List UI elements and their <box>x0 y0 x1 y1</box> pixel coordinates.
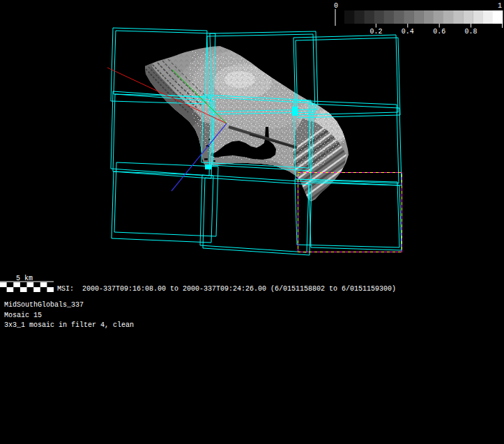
svg-text:1: 1 <box>498 2 502 10</box>
svg-text:3x3_1 mosaic in filter 4, clea: 3x3_1 mosaic in filter 4, clean <box>4 321 134 329</box>
svg-text:Mosaic 15: Mosaic 15 <box>4 312 42 319</box>
svg-text:0: 0 <box>334 2 338 10</box>
svg-text:0.6: 0.6 <box>433 28 445 36</box>
svg-text:5 km: 5 km <box>16 275 33 282</box>
svg-text:0.8: 0.8 <box>465 28 478 36</box>
svg-text:0.4: 0.4 <box>402 28 414 36</box>
svg-text:0.2: 0.2 <box>369 28 382 36</box>
svg-text:MidSouthGlobals_337: MidSouthGlobals_337 <box>4 301 84 309</box>
svg-text:MSI: 2000-337T09:16:08.00 to: MSI: 2000-337T09:16:08.00 to 2000-337T09… <box>57 285 396 293</box>
